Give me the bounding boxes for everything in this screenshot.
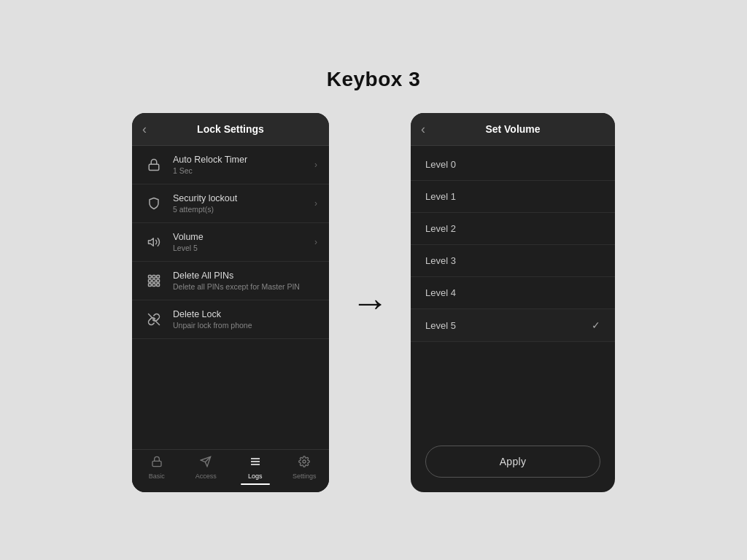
svg-rect-8 — [149, 284, 152, 287]
volume-level-3[interactable]: Level 3 — [411, 245, 615, 277]
svg-point-18 — [303, 460, 306, 463]
auto-relock-text: Auto Relock Timer 1 Sec — [173, 155, 314, 175]
svg-rect-5 — [149, 279, 152, 282]
checkmark-icon: ✓ — [592, 319, 600, 331]
svg-marker-1 — [149, 238, 154, 246]
volume-level-3-label: Level 3 — [425, 255, 456, 266]
volume-level-2-label: Level 2 — [425, 223, 456, 234]
auto-relock-title: Auto Relock Timer — [173, 155, 314, 165]
volume-subtitle: Level 5 — [173, 244, 314, 252]
back-button-screen1[interactable]: ‹ — [142, 122, 147, 137]
nav-item-settings[interactable]: Settings — [280, 456, 330, 485]
lock-settings-header: ‹ Lock Settings — [132, 113, 329, 146]
bottom-nav: Basic Access Logs Settings — [132, 449, 329, 492]
delete-pins-subtitle: Delete all PINs except for Master PIN — [173, 282, 317, 291]
security-lockout-subtitle: 5 attempt(s) — [173, 205, 314, 214]
volume-level-1[interactable]: Level 1 — [411, 181, 615, 213]
svg-rect-6 — [152, 279, 155, 282]
svg-rect-12 — [152, 461, 161, 466]
volume-level-4[interactable]: Level 4 — [411, 277, 615, 309]
volume-level-5-label: Level 5 — [425, 320, 456, 331]
lock-settings-screen: ‹ Lock Settings Auto Relock Timer 1 Sec … — [132, 113, 329, 492]
settings-nav-label: Settings — [293, 472, 317, 480]
back-button-screen2[interactable]: ‹ — [421, 122, 425, 137]
settings-item-security-lockout[interactable]: Security lockout 5 attempt(s) › — [132, 184, 329, 223]
logs-nav-label: Logs — [248, 472, 263, 480]
settings-nav-icon — [298, 456, 310, 470]
shield-icon — [144, 193, 164, 214]
chevron-icon: › — [314, 237, 317, 247]
volume-level-1-label: Level 1 — [425, 191, 456, 202]
svg-rect-0 — [149, 164, 159, 170]
delete-pins-text: Delete All PINs Delete all PINs except f… — [173, 271, 317, 291]
active-nav-indicator — [241, 483, 270, 485]
set-volume-screen: ‹ Set Volume Level 0 Level 1 Level 2 Lev… — [411, 113, 615, 492]
delete-pins-title: Delete All PINs — [173, 271, 317, 281]
volume-level-0-label: Level 0 — [425, 159, 456, 170]
volume-icon — [144, 232, 164, 252]
volume-level-2[interactable]: Level 2 — [411, 213, 615, 245]
chevron-icon: › — [314, 160, 317, 170]
logs-nav-icon — [249, 456, 261, 470]
nav-item-basic[interactable]: Basic — [132, 456, 182, 485]
set-volume-header: ‹ Set Volume — [411, 113, 615, 146]
settings-item-delete-pins[interactable]: Delete All PINs Delete all PINs except f… — [132, 262, 329, 300]
security-lockout-title: Security lockout — [173, 193, 314, 203]
basic-nav-icon — [151, 456, 163, 470]
chevron-icon: › — [314, 198, 317, 209]
basic-nav-label: Basic — [149, 472, 165, 480]
volume-title: Volume — [173, 232, 314, 242]
svg-rect-9 — [152, 284, 155, 287]
svg-rect-3 — [152, 276, 155, 279]
apply-container: Apply — [411, 434, 615, 492]
access-nav-label: Access — [196, 472, 217, 480]
delete-lock-title: Delete Lock — [173, 309, 317, 319]
settings-item-auto-relock[interactable]: Auto Relock Timer 1 Sec › — [132, 146, 329, 184]
svg-rect-7 — [157, 279, 160, 282]
set-volume-title: Set Volume — [485, 123, 540, 135]
volume-level-0[interactable]: Level 0 — [411, 149, 615, 181]
lock-settings-title: Lock Settings — [197, 123, 264, 135]
lock-icon — [144, 155, 164, 175]
unlink-icon — [144, 309, 164, 330]
delete-lock-text: Delete Lock Unpair lock from phone — [173, 309, 317, 330]
volume-list: Level 0 Level 1 Level 2 Level 3 Level 4 … — [411, 146, 615, 434]
screens-container: ‹ Lock Settings Auto Relock Timer 1 Sec … — [132, 113, 615, 492]
page-title: Keybox 3 — [327, 68, 421, 91]
security-lockout-text: Security lockout 5 attempt(s) — [173, 193, 314, 214]
svg-rect-4 — [157, 276, 160, 279]
settings-item-volume[interactable]: Volume Level 5 › — [132, 223, 329, 262]
svg-rect-10 — [157, 284, 160, 287]
delete-lock-subtitle: Unpair lock from phone — [173, 321, 317, 330]
apply-button[interactable]: Apply — [425, 446, 600, 478]
transition-arrow: → — [351, 281, 389, 324]
volume-level-5[interactable]: Level 5 ✓ — [411, 309, 615, 342]
volume-level-4-label: Level 4 — [425, 287, 456, 298]
nav-item-logs[interactable]: Logs — [231, 456, 280, 485]
keypad-icon — [144, 271, 164, 291]
svg-rect-2 — [149, 276, 152, 279]
volume-text: Volume Level 5 — [173, 232, 314, 252]
settings-item-delete-lock[interactable]: Delete Lock Unpair lock from phone — [132, 300, 329, 339]
nav-item-access[interactable]: Access — [182, 456, 231, 485]
access-nav-icon — [200, 456, 212, 470]
settings-list: Auto Relock Timer 1 Sec › Security locko… — [132, 146, 329, 449]
auto-relock-subtitle: 1 Sec — [173, 166, 314, 175]
